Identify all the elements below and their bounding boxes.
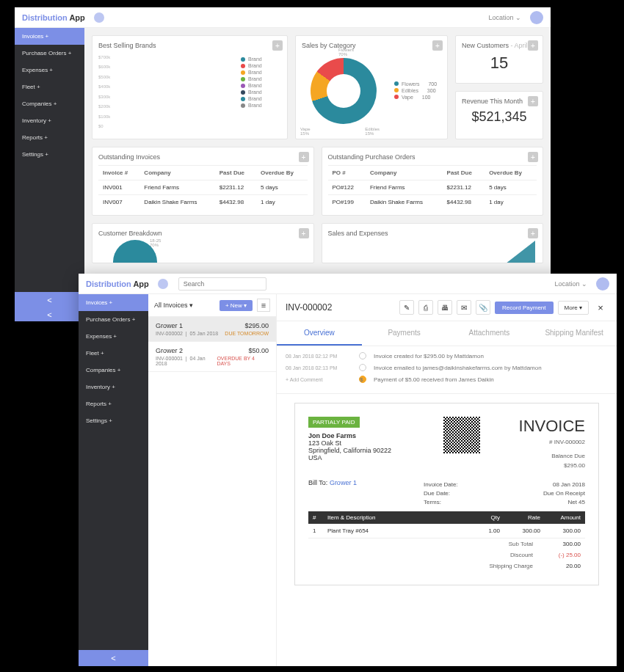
card-new-customers: New Customers - April 15 + (455, 35, 543, 84)
invoice-header: INV-000002 ✎ ⎙ 🖶 ✉ 📎 Record Payment More… (277, 294, 617, 321)
sidebar-item-reports[interactable]: Reports + (15, 129, 84, 146)
card-title: Sales and Expenses (328, 230, 537, 237)
card-add-icon[interactable]: + (528, 40, 538, 51)
billto-link[interactable]: Grower 1 (330, 479, 357, 486)
card-best-brands: Best Selling Brands $700k$600k$500k$400k… (92, 35, 288, 139)
invoice-row[interactable]: Grower 1$295.00 INV-000002 | 05 Jan 2018… (148, 317, 276, 342)
card-add-icon[interactable]: + (528, 228, 538, 238)
brand: Distribution App (86, 280, 149, 288)
print-icon[interactable]: 🖶 (438, 300, 452, 315)
sidebar-item-settings[interactable]: Settings + (15, 146, 84, 163)
sidebar-collapse-button[interactable]: < (15, 308, 84, 321)
card-title: Best Selling Brands (98, 42, 241, 49)
brand-dot-icon (158, 279, 168, 289)
brand-dot-icon (94, 12, 104, 23)
card-outstanding-invoices: Outstanding Invoices Invoice #CompanyPas… (92, 147, 314, 216)
attach-icon[interactable]: 📎 (476, 300, 490, 315)
card-add-icon[interactable]: + (299, 228, 309, 238)
card-sales-category: Sales by Category Flowers70% Vape15% Edi… (295, 35, 448, 139)
close-icon[interactable]: × (593, 300, 608, 315)
invoice-window: Distribution App Location ⌄ Invoices + P… (79, 274, 617, 666)
tab-payments[interactable]: Payments (362, 321, 447, 346)
sidebar-item-inventory[interactable]: Inventory + (15, 112, 84, 129)
more-dropdown[interactable]: More ▾ (558, 301, 589, 315)
avatar[interactable] (596, 277, 609, 291)
sidebar-item-companies[interactable]: Companies + (79, 362, 148, 379)
list-menu-icon[interactable]: ≡ (257, 299, 270, 312)
pdf-icon[interactable]: ⎙ (418, 300, 433, 315)
sidebar-item-purchase-orders[interactable]: Purchase Orders + (15, 45, 84, 62)
new-invoice-button[interactable]: + New ▾ (220, 300, 253, 311)
invoice-tabs: Overview Payments Attachments Shipping M… (277, 321, 617, 346)
sidebar-item-reports[interactable]: Reports + (79, 395, 148, 412)
location-dropdown[interactable]: Location ⌄ (554, 280, 587, 288)
add-comment-link[interactable]: + Add Comment (286, 377, 352, 382)
card-revenue-month: Revenue This Month $521,345 + (455, 91, 543, 139)
invoice-list: All Invoices ▾ + New ▾ ≡ Grower 1$295.00… (148, 294, 277, 666)
sidebar-collapse-button[interactable]: < (15, 292, 84, 308)
card-add-icon[interactable]: + (272, 40, 283, 51)
sidebar-item-invoices[interactable]: Invoices + (15, 28, 84, 45)
avatar[interactable] (530, 11, 543, 24)
sidebar-item-inventory[interactable]: Inventory + (79, 379, 148, 395)
sidebar-collapse-button[interactable]: < (79, 650, 148, 666)
kpi-value: $521,345 (462, 109, 537, 125)
invoice-main: All Invoices ▾ + New ▾ ≡ Grower 1$295.00… (148, 294, 617, 666)
invoice-document: PARTIALY PAID Jon Doe Farms 123 Oak St S… (294, 403, 599, 585)
kpi-title: Revenue This Month (462, 98, 537, 105)
kpi-value: 15 (462, 54, 537, 73)
donut-label-vape: Vape15% (300, 127, 311, 136)
sidebar: Invoices + Purchase Orders + Expenses + … (15, 28, 84, 308)
brand-legend: Brand Brand Brand Brand Brand Brand Bran… (241, 56, 281, 133)
table-row[interactable]: INV007Daikin Shake Farms$4432.981 day (98, 195, 308, 210)
invoice-number: # INV-000002 (519, 439, 585, 445)
card-title: Outstanding Invoices (98, 153, 308, 161)
sidebar-item-fleet[interactable]: Fleet + (15, 78, 84, 95)
card-add-icon[interactable]: + (528, 152, 538, 162)
card-add-icon[interactable]: + (299, 152, 309, 162)
sidebar-item-companies[interactable]: Companies + (15, 95, 84, 112)
balance-due-label: Balance Due (519, 453, 585, 459)
kpi-title: New Customers (462, 42, 509, 49)
sidebar-item-expenses[interactable]: Expenses + (15, 62, 84, 78)
donut-label-edibles: Edibles15% (365, 127, 380, 136)
topbar: Distribution App Location ⌄ (15, 7, 551, 28)
card-outstanding-pos: Outstanding Purchase Orders PO #CompanyP… (322, 147, 544, 216)
donut-legend: Flowers 700 Edibles 300 Vape 100 (394, 81, 437, 101)
sidebar-item-fleet[interactable]: Fleet + (79, 345, 148, 362)
table-out-pos: PO #CompanyPast DueOverdue By PO#122Frie… (328, 165, 537, 209)
donut-chart (311, 58, 377, 124)
card-sales-expenses: Sales and Expenses + (322, 223, 544, 263)
tab-overview[interactable]: Overview (277, 321, 362, 346)
card-customer-breakdown: Customer Breakdown 18-2570% + (92, 223, 314, 263)
invoice-title: INV-000002 (286, 302, 332, 313)
brand: Distribution App (22, 13, 85, 22)
card-add-icon[interactable]: + (528, 96, 538, 106)
invoice-filter-dropdown[interactable]: All Invoices ▾ (154, 302, 193, 309)
email-icon[interactable]: ✉ (457, 300, 471, 315)
qr-code-icon (443, 417, 480, 453)
sidebar: Invoices + Purchase Orders + Expenses + … (79, 294, 148, 666)
card-title: Customer Breakdown (98, 230, 308, 237)
table-row[interactable]: INV001Friend Farms$2231.125 days (98, 180, 308, 195)
table-row[interactable]: PO#122Friend Farms$2231.125 days (328, 180, 537, 195)
sidebar-item-settings[interactable]: Settings + (79, 412, 148, 429)
donut-label-flowers: Flowers70% (338, 48, 354, 56)
table-row[interactable]: PO#199Daikin Shake Farms$4432.981 day (328, 195, 537, 210)
location-dropdown[interactable]: Location ⌄ (488, 14, 521, 21)
invoice-heading: INVOICE (519, 417, 585, 436)
invoice-row[interactable]: Grower 2$50.00 INV-000001 | 04 Jan 2018O… (148, 342, 276, 372)
balance-due-value: $295.00 (519, 462, 585, 469)
search-input[interactable] (178, 277, 266, 291)
tab-attachments[interactable]: Attachments (447, 321, 532, 346)
sidebar-item-expenses[interactable]: Expenses + (79, 328, 148, 345)
tab-shipping-manifest[interactable]: Shipping Manifest (532, 321, 617, 346)
sidebar-item-invoices[interactable]: Invoices + (79, 294, 148, 311)
status-badge: PARTIALY PAID (308, 417, 360, 428)
dashboard-window: Distribution App Location ⌄ Invoices + P… (15, 7, 551, 308)
card-title: Sales by Category (302, 42, 441, 49)
sidebar-item-purchase-orders[interactable]: Purchase Orders + (79, 311, 148, 328)
edit-icon[interactable]: ✎ (399, 300, 414, 315)
record-payment-button[interactable]: Record Payment (495, 302, 554, 314)
card-add-icon[interactable]: + (432, 40, 443, 51)
